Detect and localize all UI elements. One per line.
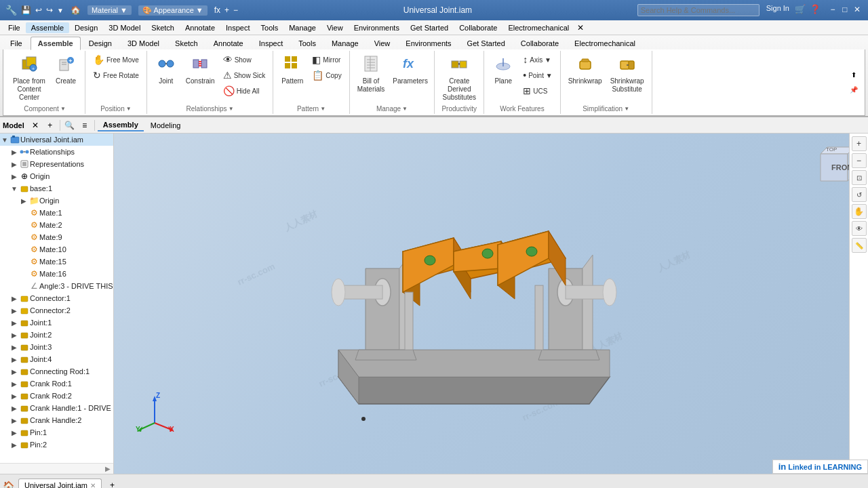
quick-access-more-icon[interactable]: ▼: [57, 7, 64, 14]
tab-file[interactable]: File: [3, 37, 30, 49]
quick-access-undo-icon[interactable]: ↩: [35, 5, 42, 15]
expand-relationships[interactable]: ▶: [9, 148, 19, 156]
constrain-button[interactable]: Constrain: [182, 52, 218, 87]
shrinkwrap-substitute-button[interactable]: ShrinkwrapSubstitute: [607, 52, 648, 96]
expand-base1[interactable]: ▼: [9, 185, 19, 192]
tree-item-mate16[interactable]: ⚙ Mate:16: [0, 268, 113, 280]
tab-environments[interactable]: Environments: [398, 37, 458, 49]
material-selector[interactable]: Material ▼: [87, 5, 132, 15]
menu-inspect[interactable]: Inspect: [220, 22, 255, 33]
expand-representations[interactable]: ▶: [9, 161, 19, 168]
tree-item-root[interactable]: ▼ Universal Joint.iam: [0, 134, 113, 146]
axis-button[interactable]: ↕ Axis ▼: [519, 52, 555, 67]
tree-item-crank-rod1[interactable]: ▶ Crank Rod:1: [0, 378, 113, 390]
simplification-group-label[interactable]: Simplification ▼: [565, 104, 648, 113]
quick-access-save-icon[interactable]: 💾: [21, 5, 31, 15]
copy-button[interactable]: 📋 Copy: [309, 68, 344, 83]
relationships-group-label[interactable]: Relationships ▼: [151, 104, 269, 113]
pattern-button[interactable]: Pattern: [277, 52, 307, 87]
menu-manage[interactable]: Manage: [283, 22, 321, 33]
expand-crank-handle1[interactable]: ▶: [9, 405, 19, 412]
model-options-button[interactable]: ≡: [78, 119, 92, 132]
plane-button[interactable]: Plane: [488, 52, 518, 87]
zoom-in-button[interactable]: +: [852, 136, 867, 151]
create-button[interactable]: + Create: [51, 52, 81, 87]
zoom-fit-button[interactable]: ⊡: [852, 170, 867, 185]
tree-item-relationships[interactable]: ▶ Relationships: [0, 146, 113, 158]
tree-item-crank-handle1[interactable]: ▶ Crank Handle:1 - DRIVE: [0, 402, 113, 414]
show-button[interactable]: 👁 Show: [220, 52, 269, 67]
maximize-button[interactable]: □: [840, 4, 850, 15]
menu-collaborate[interactable]: Collaborate: [454, 22, 502, 33]
menu-file[interactable]: File: [3, 22, 26, 33]
add-tab-button[interactable]: +: [106, 479, 119, 488]
expand-pin2[interactable]: ▶: [9, 441, 19, 449]
tree-scroll-bar[interactable]: ▶: [0, 463, 113, 474]
add-model-tab-button[interactable]: +: [43, 119, 57, 132]
modeling-tab[interactable]: Modeling: [145, 120, 186, 131]
doc-tab-close-button[interactable]: ✕: [90, 482, 96, 489]
tab-design[interactable]: Design: [81, 37, 119, 49]
menu-assemble[interactable]: Assemble: [26, 22, 69, 33]
measure-button[interactable]: 📏: [852, 238, 867, 253]
joint-button[interactable]: Joint: [151, 52, 181, 87]
tree-item-mate9[interactable]: ⚙ Mate:9: [0, 231, 113, 243]
expand-crank-rod1[interactable]: ▶: [9, 380, 19, 388]
tab-manage[interactable]: Manage: [324, 37, 366, 49]
expand-pin1[interactable]: ▶: [9, 429, 19, 436]
sign-in-button[interactable]: Sign In: [766, 4, 789, 16]
help-icon[interactable]: ❓: [810, 4, 821, 16]
parameters-button[interactable]: fx Parameters: [389, 52, 430, 87]
home-icon[interactable]: 🏠: [71, 5, 81, 15]
tree-item-mate10[interactable]: ⚙ Mate:10: [0, 243, 113, 256]
close-button[interactable]: ✕: [852, 4, 863, 15]
tree-item-connector2[interactable]: ▶ Connector:2: [0, 304, 113, 317]
menu-view[interactable]: View: [321, 22, 349, 33]
tab-3d-model[interactable]: 3D Model: [120, 37, 167, 49]
minus-icon[interactable]: −: [233, 5, 238, 15]
tree-item-mate2[interactable]: ⚙ Mate:2: [0, 219, 113, 231]
component-group-label[interactable]: Component ▼: [9, 104, 81, 113]
expand-root[interactable]: ▼: [0, 136, 9, 144]
ucs-button[interactable]: ⊞ UCS: [519, 83, 555, 98]
zoom-out-button[interactable]: −: [852, 153, 867, 168]
tab-assemble[interactable]: Assemble: [31, 37, 81, 50]
hide-all-button[interactable]: 🚫 Hide All: [220, 83, 269, 98]
search-model-button[interactable]: 🔍: [63, 119, 77, 132]
show-sick-button[interactable]: ⚠ Show Sick: [220, 68, 269, 83]
minimize-button[interactable]: −: [827, 4, 838, 15]
bill-of-materials-button[interactable]: Bill ofMaterials: [354, 52, 389, 96]
plus-icon[interactable]: +: [224, 5, 229, 15]
search-input[interactable]: [637, 4, 760, 16]
tree-item-mate15[interactable]: ⚙ Mate:15: [0, 256, 113, 268]
menu-design[interactable]: Design: [69, 22, 103, 33]
ribbon-pin-button[interactable]: 📌: [847, 83, 861, 97]
orbit-button[interactable]: ↺: [852, 187, 867, 202]
tree-item-joint2[interactable]: ▶ Joint:2: [0, 329, 113, 341]
viewport[interactable]: 人人素材 rr-sc.com 人人素材 rr-sc.com 人人素材 rr-sc…: [114, 134, 868, 474]
expand-crank-handle2[interactable]: ▶: [9, 417, 19, 424]
menu-environments[interactable]: Environments: [349, 22, 405, 33]
tree-item-pin2[interactable]: ▶ Pin:2: [0, 439, 113, 451]
expand-joint2[interactable]: ▶: [9, 331, 19, 339]
mirror-button[interactable]: ◧ Mirror: [309, 52, 344, 67]
tab-view[interactable]: View: [367, 37, 398, 49]
look-at-button[interactable]: 👁: [852, 221, 867, 236]
tab-inspect[interactable]: Inspect: [252, 37, 290, 49]
cart-icon[interactable]: 🛒: [795, 4, 806, 16]
tree-item-joint4[interactable]: ▶ Joint:4: [0, 353, 113, 365]
create-derived-substitutes-button[interactable]: Create DerivedSubstitutes: [439, 52, 479, 104]
tree-item-connector1[interactable]: ▶ Connector:1: [0, 292, 113, 304]
expand-connector1[interactable]: ▶: [9, 295, 19, 302]
tree-item-angle3[interactable]: ∠ Angle:3 - DRIVE THIS: [0, 280, 113, 292]
menu-annotate[interactable]: Annotate: [180, 22, 220, 33]
tab-get-started[interactable]: Get Started: [460, 37, 513, 49]
free-move-button[interactable]: ✋ Free Move: [90, 52, 142, 67]
tree-item-origin[interactable]: ▶ ⊕ Origin: [0, 170, 113, 182]
tree-item-origin2[interactable]: ▶ 📁 Origin: [0, 195, 113, 207]
tree-item-crank-rod2[interactable]: ▶ Crank Rod:2: [0, 390, 113, 402]
expand-joint1[interactable]: ▶: [9, 319, 19, 327]
menu-electromechanical[interactable]: Electromechanical: [502, 22, 574, 33]
tab-sketch[interactable]: Sketch: [167, 37, 205, 49]
appearance-selector[interactable]: 🎨 Appearance ▼: [138, 5, 208, 16]
